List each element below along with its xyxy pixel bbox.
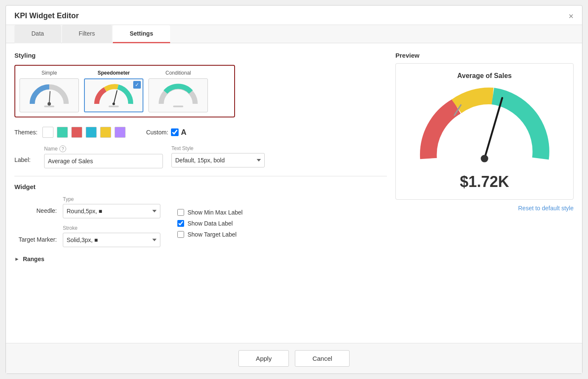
label-field-meta: Name ?: [44, 145, 163, 152]
tabs-row: Data Filters Settings: [6, 25, 582, 43]
dialog-title: KPI Widget Editor: [14, 11, 79, 20]
label-field-group: Name ?: [44, 145, 163, 168]
svg-line-8: [484, 98, 502, 159]
style-conditional-label: Conditional: [165, 70, 191, 76]
speedometer-gauge-svg: [92, 83, 135, 108]
ranges-chevron-icon: ►: [14, 256, 20, 262]
style-option-simple[interactable]: Simple: [20, 70, 79, 112]
dialog-footer: Apply Cancel: [6, 343, 582, 373]
ranges-label: Ranges: [23, 256, 45, 262]
show-data-label-row: Show Data Label: [177, 220, 243, 227]
target-marker-field: Stroke Solid,3px, ■ Dashed,3px, ■: [63, 225, 160, 247]
tab-filters[interactable]: Filters: [62, 25, 112, 43]
style-selector: Simple: [14, 65, 235, 117]
text-style-meta-label: Text Style: [171, 145, 193, 151]
svg-line-3: [114, 90, 117, 104]
custom-font-icon[interactable]: A: [181, 128, 187, 137]
style-option-conditional[interactable]: Conditional: [148, 70, 208, 112]
svg-rect-6: [173, 106, 183, 107]
preview-gauge-title: Average of Sales: [457, 72, 512, 80]
custom-section: Custom: A: [146, 128, 186, 137]
themes-label: Themes:: [14, 129, 37, 136]
close-icon[interactable]: ×: [568, 12, 574, 20]
target-marker-group: Target Marker: Stroke Solid,3px, ■ Dashe…: [14, 225, 160, 247]
label-name-meta: Name: [44, 146, 58, 152]
cancel-button[interactable]: Cancel: [295, 350, 350, 367]
show-target-label-label: Show Target Label: [188, 231, 237, 238]
tab-data[interactable]: Data: [14, 25, 61, 43]
text-style-group: Text Style Default, 15px, bold Default, …: [171, 145, 265, 167]
label-row-label: Label:: [14, 145, 36, 163]
widget-left: Needle: Type Round,5px, ■ Sharp,5px, ■ T…: [14, 196, 160, 247]
svg-line-0: [49, 91, 50, 104]
svg-point-1: [48, 102, 51, 106]
custom-checkbox[interactable]: [171, 128, 179, 136]
preview-value: $1.72K: [460, 173, 509, 191]
reset-link[interactable]: Reset to default style: [395, 205, 574, 212]
label-input[interactable]: [44, 154, 163, 168]
theme-swatch-purple[interactable]: [115, 127, 126, 138]
right-panel: Preview Average of Sales $1.7: [395, 52, 574, 334]
target-marker-label: Target Marker:: [14, 225, 57, 243]
custom-label: Custom:: [146, 129, 168, 136]
widget-controls: Needle: Type Round,5px, ■ Sharp,5px, ■ T…: [14, 196, 387, 247]
dialog-body: Styling Simple: [6, 43, 582, 343]
style-speedometer-label: Speedometer: [98, 70, 130, 76]
speedometer-checkmark: ✓: [133, 81, 141, 89]
svg-point-9: [481, 155, 488, 162]
left-panel: Styling Simple: [14, 52, 387, 334]
svg-rect-5: [109, 106, 119, 107]
target-marker-select[interactable]: Solid,3px, ■ Dashed,3px, ■: [63, 233, 160, 247]
needle-field: Type Round,5px, ■ Sharp,5px, ■: [63, 196, 160, 218]
show-target-label-row: Show Target Label: [177, 231, 243, 238]
widget-right: Show Min Max Label Show Data Label Show …: [177, 196, 243, 247]
conditional-gauge-svg: [157, 83, 199, 108]
show-min-max-row: Show Min Max Label: [177, 209, 243, 216]
apply-button[interactable]: Apply: [238, 350, 289, 367]
theme-swatch-blue[interactable]: [86, 127, 97, 138]
widget-title: Widget: [14, 183, 387, 190]
show-data-label-checkbox[interactable]: [177, 220, 184, 227]
preview-gauge-svg: [414, 84, 554, 177]
svg-rect-2: [44, 106, 54, 107]
style-option-speedometer[interactable]: Speedometer ✓: [84, 70, 143, 112]
preview-box: Average of Sales $1.72K: [395, 63, 574, 200]
theme-swatch-teal[interactable]: [57, 127, 68, 138]
tab-settings[interactable]: Settings: [113, 25, 170, 43]
show-min-max-checkbox[interactable]: [177, 209, 184, 216]
style-card-speedometer[interactable]: ✓: [84, 78, 143, 112]
svg-point-4: [112, 103, 115, 105]
preview-title: Preview: [395, 52, 574, 59]
kpi-widget-editor-dialog: KPI Widget Editor × Data Filters Setting…: [6, 5, 582, 374]
styling-title: Styling: [14, 52, 387, 59]
needle-group: Needle: Type Round,5px, ■ Sharp,5px, ■: [14, 196, 160, 218]
theme-swatch-red[interactable]: [71, 127, 82, 138]
text-style-select[interactable]: Default, 15px, bold Default, 12px Defaul…: [171, 153, 265, 167]
themes-row: Themes: Custom: A: [14, 127, 387, 138]
needle-type-meta: Type: [63, 196, 160, 202]
style-simple-label: Simple: [42, 70, 57, 76]
simple-gauge-svg: [28, 83, 70, 108]
ranges-row[interactable]: ► Ranges: [14, 256, 387, 262]
needle-label: Needle:: [14, 196, 57, 214]
needle-select[interactable]: Round,5px, ■ Sharp,5px, ■: [63, 204, 160, 218]
target-marker-meta: Stroke: [63, 225, 160, 231]
dialog-header: KPI Widget Editor ×: [6, 6, 582, 25]
text-style-meta: Text Style: [171, 145, 265, 151]
show-min-max-label: Show Min Max Label: [188, 209, 243, 216]
style-card-conditional[interactable]: [148, 78, 208, 112]
theme-swatch-yellow[interactable]: [100, 127, 111, 138]
show-data-label-label: Show Data Label: [188, 220, 233, 227]
label-question-icon[interactable]: ?: [59, 145, 66, 152]
theme-swatch-white[interactable]: [42, 127, 53, 138]
style-card-simple[interactable]: [20, 78, 79, 112]
label-row: Label: Name ? Text Style Default, 15px, …: [14, 145, 387, 168]
show-target-label-checkbox[interactable]: [177, 231, 184, 238]
